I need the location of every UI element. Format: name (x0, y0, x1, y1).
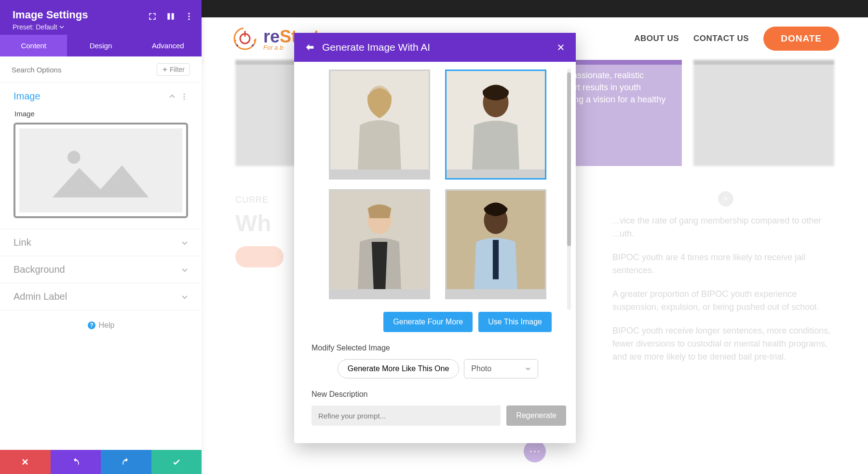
cancel-button[interactable] (0, 450, 51, 474)
ai-image-modal: Generate Image With AI Generate Four Mor… (294, 33, 576, 443)
preset-dropdown[interactable]: Preset: Default (13, 23, 189, 31)
filter-button[interactable]: Filter (157, 63, 190, 76)
svg-point-7 (184, 98, 185, 99)
style-select[interactable]: Photo (464, 359, 538, 378)
image-grid (329, 70, 552, 299)
section-background[interactable]: Background (0, 256, 202, 283)
fact-1: ...vice the rate of gang membership comp… (612, 214, 839, 240)
generate-more-button[interactable]: Generate Four More (383, 312, 473, 332)
modal-header: Generate Image With AI (294, 33, 576, 62)
builder-fab[interactable]: ⋯ (524, 440, 546, 462)
svg-point-3 (188, 15, 190, 17)
donate-button[interactable]: DONATE (763, 27, 839, 51)
fact-4: BIPOC youth receive longer sentences, mo… (612, 324, 839, 363)
columns-icon[interactable] (166, 12, 176, 21)
svg-text:?: ? (90, 322, 93, 329)
main-nav: ABOUT US CONTACT US DONATE (634, 27, 839, 51)
section-admin-label[interactable]: Admin Label (0, 283, 202, 310)
expand-icon[interactable] (148, 12, 157, 21)
search-row: Filter (0, 56, 202, 83)
regenerate-button[interactable]: Regenerate (506, 405, 566, 426)
undo-button[interactable] (51, 450, 101, 474)
svg-point-4 (188, 18, 190, 20)
sidebar-tabs: Content Design Advanced (0, 35, 202, 56)
generated-image-1[interactable] (329, 70, 430, 180)
chevron-down-icon (181, 239, 188, 246)
facts-column: + ...vice the rate of gang membership co… (612, 214, 839, 374)
section-image[interactable]: Image (0, 83, 202, 110)
nav-contact[interactable]: CONTACT US (693, 34, 749, 43)
generated-image-2[interactable] (445, 70, 546, 180)
svg-point-14 (236, 44, 238, 46)
image-field-label: Image (0, 110, 202, 123)
use-image-button[interactable]: Use This Image (478, 312, 552, 332)
plus-icon (162, 67, 168, 72)
search-input[interactable] (12, 66, 157, 74)
help-link[interactable]: ? Help (0, 310, 202, 340)
chevron-down-icon (525, 366, 531, 372)
modal-scrollbar[interactable] (567, 69, 571, 310)
chevron-up-icon (169, 93, 176, 100)
tab-content[interactable]: Content (0, 35, 67, 56)
cta-pill[interactable] (235, 246, 284, 267)
image-placeholder[interactable] (14, 123, 188, 218)
section-link[interactable]: Link (0, 229, 202, 256)
chevron-down-icon (181, 266, 188, 273)
admin-topbar (202, 0, 868, 17)
logo-icon (231, 24, 259, 53)
chevron-down-icon (181, 293, 188, 300)
svg-point-2 (188, 13, 190, 14)
modify-label: Modify Selected Image (312, 344, 552, 352)
tab-advanced[interactable]: Advanced (135, 35, 202, 56)
card-image-2 (693, 60, 835, 166)
nav-about[interactable]: ABOUT US (634, 34, 679, 43)
primary-action-row: Generate Four More Use This Image (329, 312, 552, 332)
help-icon: ? (87, 321, 96, 330)
more-vertical-icon[interactable] (180, 93, 188, 100)
svg-rect-26 (493, 240, 499, 279)
svg-point-15 (252, 44, 254, 46)
desc-label: New Description (312, 390, 552, 399)
add-module-button[interactable]: + (718, 191, 733, 207)
modify-row: Generate More Like This One Photo (324, 359, 552, 378)
modal-body: Generate Four More Use This Image Modify… (294, 62, 576, 443)
more-like-this-button[interactable]: Generate More Like This One (338, 359, 459, 378)
generated-image-3[interactable] (329, 189, 430, 299)
description-input[interactable] (312, 405, 501, 426)
svg-point-17 (254, 40, 256, 42)
chevron-down-icon (59, 25, 64, 29)
generated-image-4[interactable] (445, 189, 546, 299)
svg-point-6 (184, 96, 185, 97)
svg-point-16 (234, 40, 236, 42)
description-row: Regenerate (312, 405, 566, 426)
sidebar-footer (0, 450, 202, 474)
fact-3: A greater proportion of BIPOC youth expe… (612, 288, 839, 314)
placeholder-icon (32, 139, 169, 203)
save-button[interactable] (151, 450, 202, 474)
back-icon[interactable] (305, 42, 315, 53)
redo-button[interactable] (101, 450, 151, 474)
fact-2: BIPOC youth are 4 times more likely to r… (612, 251, 839, 277)
tab-design[interactable]: Design (67, 35, 134, 56)
sidebar-header: Image Settings Preset: Default (0, 0, 202, 35)
close-icon[interactable] (556, 43, 565, 52)
svg-rect-0 (167, 13, 170, 19)
more-vertical-icon[interactable] (184, 12, 194, 21)
svg-point-5 (184, 93, 185, 95)
settings-sidebar: Image Settings Preset: Default Content D… (0, 0, 202, 474)
svg-rect-1 (172, 13, 174, 19)
svg-point-8 (68, 151, 81, 164)
modal-title: Generate Image With AI (322, 42, 430, 53)
